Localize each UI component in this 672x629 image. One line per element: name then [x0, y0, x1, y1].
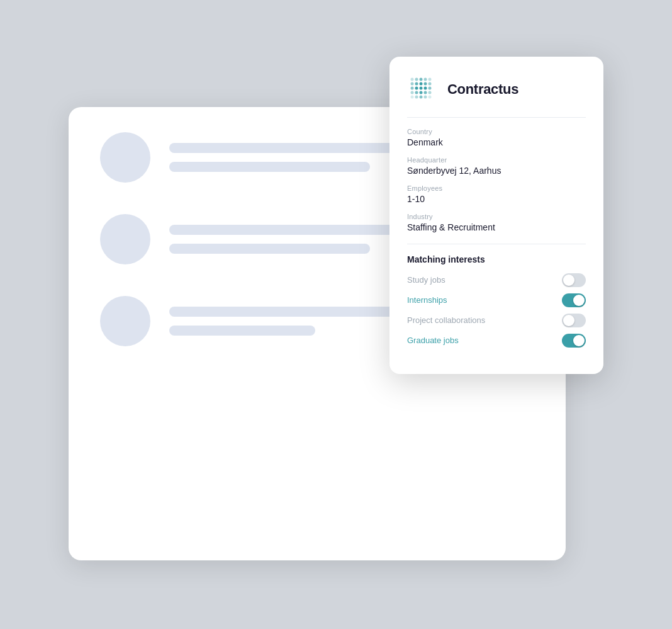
svg-point-15 — [411, 91, 414, 94]
employees-block: Employees 1-10 — [407, 184, 586, 204]
svg-point-22 — [420, 95, 423, 98]
avatar — [100, 132, 150, 183]
country-value: Denmark — [407, 137, 586, 147]
headquarter-block: Headquarter Sønderbyvej 12, Aarhus — [407, 156, 586, 176]
svg-point-5 — [411, 82, 414, 85]
svg-point-23 — [424, 95, 427, 98]
section-divider — [407, 244, 586, 244]
svg-point-14 — [428, 86, 432, 89]
svg-point-18 — [424, 91, 427, 94]
line-placeholder — [169, 326, 315, 336]
svg-point-7 — [420, 82, 423, 85]
study-jobs-toggle[interactable] — [562, 273, 586, 287]
svg-point-10 — [411, 86, 414, 89]
industry-value: Staffing & Recruitment — [407, 222, 586, 232]
project-collaborations-toggle[interactable] — [562, 314, 586, 327]
svg-point-19 — [428, 91, 432, 94]
popup-header: Contractus — [407, 74, 586, 105]
industry-label: Industry — [407, 213, 586, 220]
interest-row-graduate-jobs: Graduate jobs — [407, 334, 586, 348]
company-name: Contractus — [447, 81, 518, 98]
line-placeholder — [169, 244, 370, 254]
logo-icon — [408, 76, 436, 103]
svg-point-21 — [415, 95, 418, 98]
internships-toggle[interactable] — [562, 293, 586, 307]
employees-value: 1-10 — [407, 194, 586, 204]
svg-point-1 — [415, 77, 418, 81]
svg-point-13 — [424, 86, 427, 89]
company-popup-card: Contractus Country Denmark Headquarter S… — [389, 57, 603, 374]
interest-row-internships: Internships — [407, 293, 586, 307]
matching-interests-title: Matching interests — [407, 254, 586, 264]
svg-point-4 — [428, 77, 432, 81]
interest-row-study-jobs: Study jobs — [407, 273, 586, 287]
svg-point-6 — [415, 82, 418, 85]
header-divider — [407, 117, 586, 118]
avatar — [100, 214, 150, 264]
svg-point-24 — [428, 95, 432, 98]
svg-point-11 — [415, 86, 418, 89]
svg-point-20 — [411, 95, 414, 98]
graduate-jobs-label: Graduate jobs — [407, 336, 459, 345]
svg-point-12 — [420, 86, 423, 89]
graduate-jobs-toggle[interactable] — [562, 334, 586, 348]
country-block: Country Denmark — [407, 128, 586, 147]
country-label: Country — [407, 128, 586, 135]
svg-point-8 — [424, 82, 427, 85]
avatar — [100, 296, 150, 346]
company-logo — [407, 74, 437, 105]
employees-label: Employees — [407, 184, 586, 192]
study-jobs-label: Study jobs — [407, 275, 445, 285]
svg-point-3 — [424, 77, 427, 81]
interest-row-project-collaborations: Project collaborations — [407, 314, 586, 327]
svg-point-0 — [411, 77, 414, 81]
scene: Contractus Country Denmark Headquarter S… — [69, 57, 603, 573]
svg-point-16 — [415, 91, 418, 94]
industry-block: Industry Staffing & Recruitment — [407, 213, 586, 232]
headquarter-value: Sønderbyvej 12, Aarhus — [407, 166, 586, 176]
headquarter-label: Headquarter — [407, 156, 586, 164]
svg-point-17 — [420, 91, 423, 94]
svg-point-2 — [420, 77, 423, 81]
internships-label: Internships — [407, 295, 447, 305]
line-placeholder — [169, 162, 370, 172]
project-collaborations-label: Project collaborations — [407, 315, 485, 325]
svg-point-9 — [428, 82, 432, 85]
